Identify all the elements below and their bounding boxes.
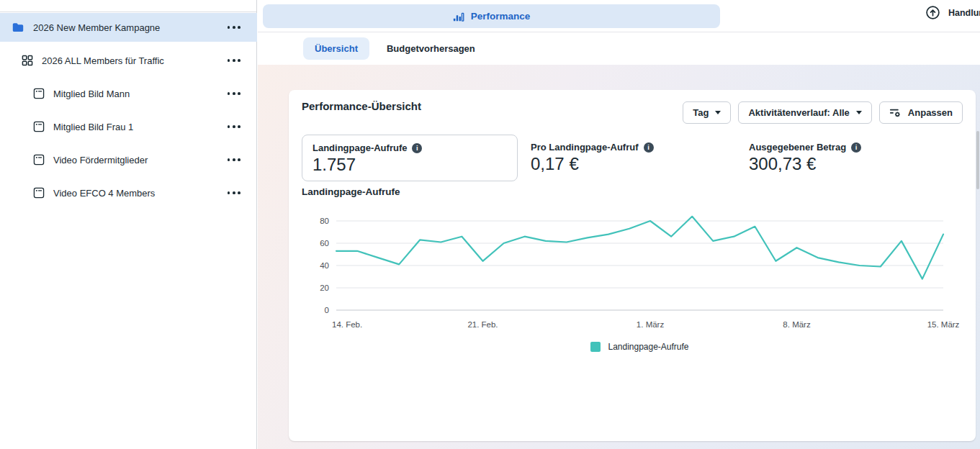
legend-label: Landingpage-Aufrufe	[608, 342, 688, 352]
svg-text:8. März: 8. März	[783, 320, 811, 329]
customize-button[interactable]: Anpassen	[879, 101, 963, 124]
svg-text:14. Feb.: 14. Feb.	[332, 320, 362, 329]
chart-controls: Tag Aktivitätenverlauf: Alle	[683, 101, 963, 124]
ad-icon	[33, 121, 45, 132]
ad-icon	[33, 154, 45, 165]
tab-performance-label: Performance	[471, 11, 531, 22]
info-icon[interactable]: i	[644, 142, 654, 153]
svg-text:40: 40	[320, 261, 329, 270]
actions-label: Handlungen	[948, 8, 980, 18]
time-unit-dropdown[interactable]: Tag	[683, 101, 731, 124]
top-bar: Performance Handlungen	[258, 0, 980, 32]
panel-title: Performance-Übersicht	[302, 100, 421, 112]
activity-filter-label: Aktivitätenverlauf: Alle	[748, 107, 849, 118]
svg-text:1. März: 1. März	[637, 320, 665, 329]
metric-label: Ausgegebener Betrag	[749, 142, 846, 153]
svg-text:60: 60	[320, 239, 329, 248]
metric-value: 0,17 €	[531, 154, 654, 174]
metric-label: Pro Landingpage-Aufruf	[531, 142, 639, 153]
sidebar-item-campaign[interactable]: 2026 New Member Kampagne	[0, 13, 257, 42]
chart-title: Landingpage-Aufrufe	[302, 186, 400, 197]
tab-budgetvorhersagen[interactable]: Budgetvorhersagen	[375, 37, 487, 60]
sidebar-item-adset[interactable]: 2026 ALL Members für Traffic	[0, 46, 257, 75]
sidebar-item-ad[interactable]: Mitglied Bild Frau 1	[0, 112, 257, 141]
grid-icon	[22, 55, 33, 66]
more-options-icon[interactable]	[225, 189, 243, 197]
more-options-icon[interactable]	[225, 56, 243, 65]
svg-text:80: 80	[320, 217, 329, 225]
svg-text:21. Feb.: 21. Feb.	[467, 320, 498, 329]
metric-value: 1.757	[313, 155, 507, 175]
tab-uebersicht[interactable]: Übersicht	[303, 37, 369, 60]
info-icon[interactable]: i	[851, 142, 861, 153]
more-options-icon[interactable]	[225, 122, 243, 131]
more-options-icon[interactable]	[225, 155, 243, 164]
main-panel: Performance Handlungen Übersicht Budgetv…	[258, 0, 980, 449]
time-unit-label: Tag	[693, 107, 709, 118]
chevron-down-icon	[856, 111, 862, 114]
more-options-icon[interactable]	[225, 89, 243, 98]
actions-button[interactable]: Handlungen	[925, 5, 980, 20]
chart-legend: Landingpage-Aufrufe	[336, 342, 943, 352]
vertical-scrollbar[interactable]	[976, 131, 979, 189]
sub-tabs: Übersicht Budgetvorhersagen	[258, 32, 980, 65]
sidebar-item-ad[interactable]: Video Fördermitglieder	[0, 145, 257, 174]
sidebar-item-label: Mitglied Bild Mann	[53, 89, 130, 99]
sidebar-item-label: 2026 New Member Kampagne	[33, 22, 160, 33]
info-icon[interactable]: i	[412, 143, 422, 153]
legend-swatch-teal	[590, 342, 601, 352]
performance-line-chart: 02040608014. Feb.21. Feb.1. März8. März1…	[302, 204, 964, 340]
svg-text:15. März: 15. März	[927, 320, 960, 329]
sidebar-item-label: 2026 ALL Members für Traffic	[42, 55, 164, 66]
metric-value: 300,73 €	[749, 154, 861, 174]
more-options-icon[interactable]	[225, 23, 243, 32]
performance-overview-card: Performance-Übersicht Tag Aktivitätenver…	[289, 90, 976, 441]
campaign-sidebar: 2026 New Member Kampagne 2026 ALL Member…	[0, 0, 257, 449]
bar-chart-icon	[453, 11, 464, 22]
sidebar-item-label: Video EFCO 4 Members	[53, 188, 155, 199]
sidebar-top-divider	[0, 12, 256, 12]
sidebar-item-ad[interactable]: Mitglied Bild Mann	[0, 79, 257, 108]
customize-sliders-icon	[889, 106, 902, 119]
customize-label: Anpassen	[908, 107, 953, 118]
metric-landingpage-aufrufe[interactable]: Landingpage-Aufrufe i 1.757	[302, 135, 518, 181]
sidebar-item-label: Video Fördermitglieder	[53, 155, 148, 165]
svg-text:0: 0	[325, 306, 329, 314]
folder-icon	[12, 21, 24, 34]
ad-icon	[33, 187, 45, 199]
metric-pro-landingpage-aufruf[interactable]: Pro Landingpage-Aufruf i 0,17 €	[531, 135, 654, 181]
sidebar-item-label: Mitglied Bild Frau 1	[53, 122, 133, 132]
activity-filter-dropdown[interactable]: Aktivitätenverlauf: Alle	[738, 101, 871, 124]
metric-label: Landingpage-Aufrufe	[313, 142, 407, 153]
chevron-down-icon	[715, 111, 721, 114]
content-background: Performance-Übersicht Tag Aktivitätenver…	[258, 65, 980, 449]
sidebar-item-ad[interactable]: Video EFCO 4 Members	[0, 178, 257, 207]
upload-arrow-icon	[925, 5, 940, 20]
svg-text:20: 20	[320, 284, 329, 292]
metric-ausgegebener-betrag[interactable]: Ausgegebener Betrag i 300,73 €	[749, 135, 861, 181]
ad-icon	[33, 88, 45, 99]
tab-performance[interactable]: Performance	[263, 4, 720, 28]
